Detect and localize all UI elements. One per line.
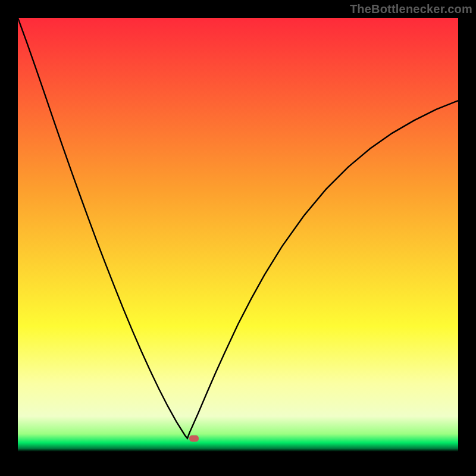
gradient-background xyxy=(18,18,458,458)
chart-frame xyxy=(18,18,458,458)
optimal-marker xyxy=(189,435,199,441)
chart-svg xyxy=(18,18,458,458)
watermark-text: TheBottlenecker.com xyxy=(350,2,472,16)
